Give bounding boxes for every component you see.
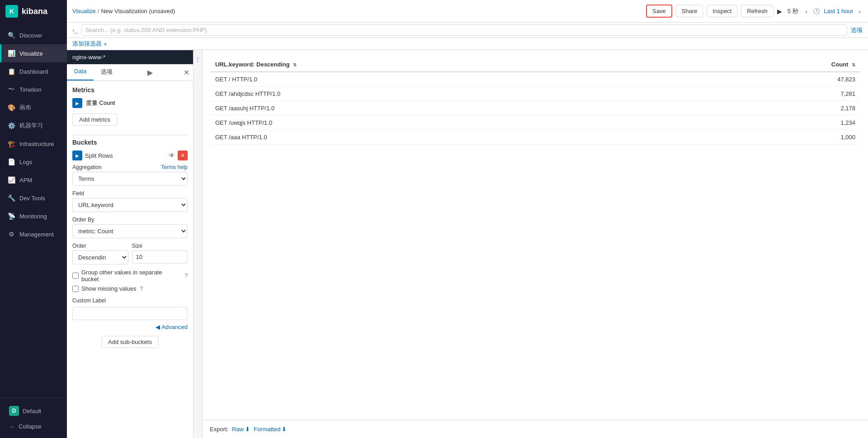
field-label: Field	[72, 190, 188, 197]
sidebar-item-label: APM	[19, 177, 32, 184]
topbar: Visualize / New Visualization (unsaved) …	[67, 0, 868, 23]
sidebar-item-label: Dashboard	[19, 68, 48, 75]
bucket-remove-button[interactable]: ✕	[178, 151, 188, 160]
sidebar-item-monitoring[interactable]: 📡 Monitoring	[0, 207, 67, 225]
show-missing-row: Show missing values ?	[72, 285, 188, 292]
collapse-dots-icon: ⋮	[195, 56, 201, 62]
sidebar-item-label: Infrastructure	[19, 141, 54, 147]
col-count-header[interactable]: Count ⇅	[682, 57, 861, 72]
play-icon[interactable]: ▶	[777, 8, 782, 15]
time-range-label[interactable]: Last 1 hour	[824, 8, 853, 14]
sidebar-item-timelion[interactable]: 〜 Timelion	[0, 80, 67, 99]
count-cell: 7,281	[682, 87, 861, 101]
sidebar-item-apm[interactable]: 📈 APM	[0, 171, 67, 189]
add-filter-button[interactable]: 添加筛选器 +	[72, 40, 107, 48]
panel-close-button[interactable]: ✕	[180, 64, 193, 80]
sidebar-item-canvas[interactable]: 🎨 画布	[0, 99, 67, 117]
dashboard-icon: 📋	[7, 67, 16, 76]
index-name: nginx-www-*	[72, 54, 105, 61]
aggregation-select[interactable]: Terms	[72, 172, 188, 186]
url-cell: GET / HTTP/1.0	[210, 72, 682, 87]
time-nav-next[interactable]: ›	[857, 7, 863, 16]
metric-icon: ▶	[72, 98, 82, 108]
sort-count-icon: ⇅	[852, 62, 855, 67]
panel-run-button[interactable]: ▶	[144, 64, 156, 80]
devtools-icon: 🔧	[7, 193, 16, 203]
sidebar-item-dashboard[interactable]: 📋 Dashboard	[0, 62, 67, 80]
metrics-title: Metrics	[72, 86, 188, 94]
tab-options[interactable]: 选项	[94, 64, 120, 80]
group-other-label: Group other values in separate bucket	[81, 269, 181, 283]
data-table-area: URL.keyword: Descending ⇅ Count ⇅ GET / …	[203, 50, 868, 420]
refresh-button[interactable]: Refresh	[741, 5, 774, 17]
url-cell: GET /aaa HTTP/1.0	[210, 130, 682, 145]
sidebar-item-infrastructure[interactable]: 🏗️ Infrastructure	[0, 135, 67, 153]
show-missing-help-icon: ?	[140, 286, 143, 292]
search-prompt-icon: ›_	[72, 27, 78, 33]
metric-count-item: ▶ 度量 Count	[72, 98, 188, 108]
sidebar-item-label: Logs	[19, 159, 32, 165]
time-nav-prev[interactable]: ‹	[804, 7, 810, 16]
sidebar-nav: 🔍 Discover 📊 Visualize 📋 Dashboard 〜 Tim…	[0, 23, 67, 397]
show-missing-checkbox[interactable]	[72, 286, 79, 292]
order-by-label: Order By	[72, 217, 188, 223]
save-button[interactable]: Save	[646, 5, 672, 18]
sidebar-item-devtools[interactable]: 🔧 Dev Tools	[0, 189, 67, 207]
timelion-icon: 〜	[7, 85, 16, 94]
inspect-button[interactable]: Inspect	[707, 5, 737, 17]
management-icon: ⚙	[7, 230, 16, 239]
kibana-logo-text: kibana	[22, 7, 47, 16]
buckets-title: Buckets	[72, 139, 188, 146]
sidebar-item-label: Dev Tools	[19, 195, 45, 202]
field-select[interactable]: URL.keyword	[72, 198, 188, 212]
breadcrumb-current: New Visualization (unsaved)	[101, 8, 175, 14]
infrastructure-icon: 🏗️	[7, 139, 16, 148]
count-cell: 1,000	[682, 130, 861, 145]
custom-label-input[interactable]	[72, 307, 188, 320]
sidebar-item-label: 画布	[19, 104, 31, 112]
collapse-button[interactable]: ← Collapse	[5, 420, 61, 433]
kibana-logo-icon: K	[5, 5, 18, 18]
options-link[interactable]: 选项	[851, 26, 863, 34]
tab-data[interactable]: Data	[67, 64, 94, 80]
logs-icon: 📄	[7, 157, 16, 166]
formatted-export-link[interactable]: Formatted ⬇	[254, 426, 287, 433]
sidebar-item-management[interactable]: ⚙ Management	[0, 225, 67, 243]
advanced-link[interactable]: ◀ Advanced	[72, 324, 188, 330]
col-url-header[interactable]: URL.keyword: Descending ⇅	[210, 57, 682, 72]
share-button[interactable]: Share	[676, 5, 703, 17]
sort-url-icon: ⇅	[293, 62, 297, 67]
main-area: Visualize / New Visualization (unsaved) …	[67, 0, 868, 438]
breadcrumb-separator: /	[98, 8, 99, 14]
panel-tabs: Data 选项 ▶ ✕	[67, 64, 193, 81]
sidebar-item-ml[interactable]: ⚙️ 机器学习	[0, 117, 67, 135]
sidebar-item-label: Discover	[19, 32, 42, 39]
discover-icon: 🔍	[7, 31, 16, 40]
sidebar-item-label: Monitoring	[19, 213, 47, 220]
group-other-checkbox[interactable]	[72, 273, 79, 279]
export-row: Export: Raw ⬇ Formatted ⬇	[203, 420, 868, 438]
panel-collapse-handle[interactable]: ⋮	[193, 50, 203, 438]
order-select[interactable]: Descendin	[72, 250, 128, 264]
order-by-select[interactable]: metric: Count	[72, 224, 188, 238]
search-box[interactable]: Search... (e.g. status:200 AND extension…	[81, 24, 847, 36]
terms-help-link[interactable]: Terms help	[161, 164, 188, 170]
default-label: Default	[23, 408, 41, 414]
raw-export-link[interactable]: Raw ⬇	[232, 426, 250, 433]
default-workspace[interactable]: D Default	[5, 403, 61, 419]
size-input[interactable]	[132, 250, 188, 264]
add-subbuckets-button[interactable]: Add sub-buckets	[101, 336, 159, 348]
group-other-row: Group other values in separate bucket ?	[72, 269, 188, 283]
sidebar-item-visualize[interactable]: 📊 Visualize	[0, 44, 67, 62]
add-metrics-button[interactable]: Add metrics	[72, 113, 117, 126]
bucket-eye-button[interactable]: 👁	[169, 152, 175, 159]
left-panel: nginx-www-* Data 选项 ▶ ✕ Metrics ▶ 度量 Cou…	[67, 50, 193, 438]
sidebar-item-discover[interactable]: 🔍 Discover	[0, 26, 67, 44]
sidebar-item-logs[interactable]: 📄 Logs	[0, 153, 67, 171]
collapse-label: Collapse	[19, 423, 42, 430]
right-panel: URL.keyword: Descending ⇅ Count ⇅ GET / …	[203, 50, 868, 438]
custom-label-section: Custom Label	[72, 297, 188, 320]
count-cell: 47,823	[682, 72, 861, 87]
url-cell: GET /ahdjcdsc HTTP/1.0	[210, 87, 682, 101]
breadcrumb-visualize-link[interactable]: Visualize	[72, 8, 96, 14]
